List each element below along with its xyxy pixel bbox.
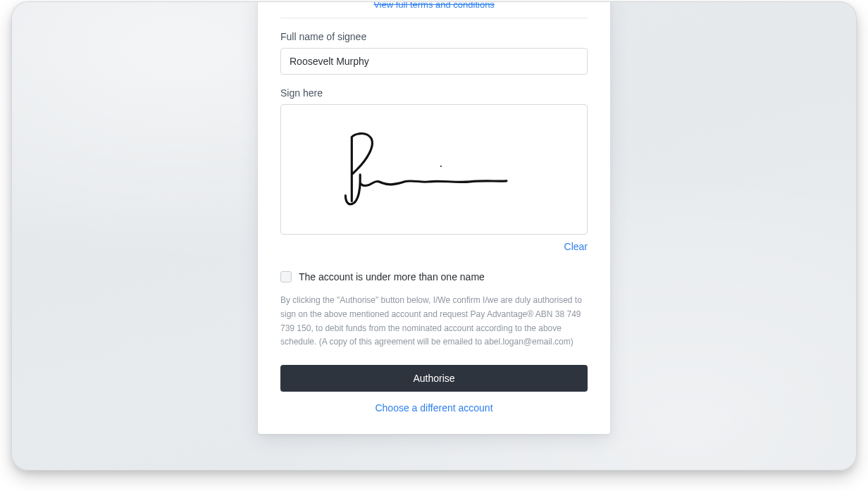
signature-drawing — [281, 105, 587, 234]
terms-link-wrap: View full terms and conditions — [280, 1, 588, 12]
clear-row: Clear — [280, 240, 588, 253]
signature-pad[interactable] — [280, 104, 588, 235]
disclaimer-text: By clicking the "Authorise" button below… — [280, 294, 588, 349]
divider — [280, 18, 588, 18]
alt-account-row: Choose a different account — [280, 402, 588, 414]
choose-different-account-link[interactable]: Choose a different account — [375, 402, 492, 414]
sign-here-label: Sign here — [280, 87, 588, 99]
svg-point-0 — [440, 166, 442, 167]
signature-card: View full terms and conditions Full name… — [258, 1, 610, 434]
signature-group: Sign here Clear — [280, 87, 588, 253]
multi-name-label[interactable]: The account is under more than one name — [299, 271, 485, 282]
full-name-input[interactable] — [280, 48, 588, 75]
multi-name-checkbox[interactable] — [280, 271, 292, 282]
full-name-label: Full name of signee — [280, 31, 588, 42]
authorise-button[interactable]: Authorise — [280, 365, 588, 392]
clear-signature-button[interactable]: Clear — [564, 241, 588, 252]
multi-name-row: The account is under more than one name — [280, 271, 588, 282]
app-frame: View full terms and conditions Full name… — [11, 1, 857, 471]
terms-link[interactable]: View full terms and conditions — [373, 1, 495, 10]
full-name-group: Full name of signee — [280, 31, 588, 75]
